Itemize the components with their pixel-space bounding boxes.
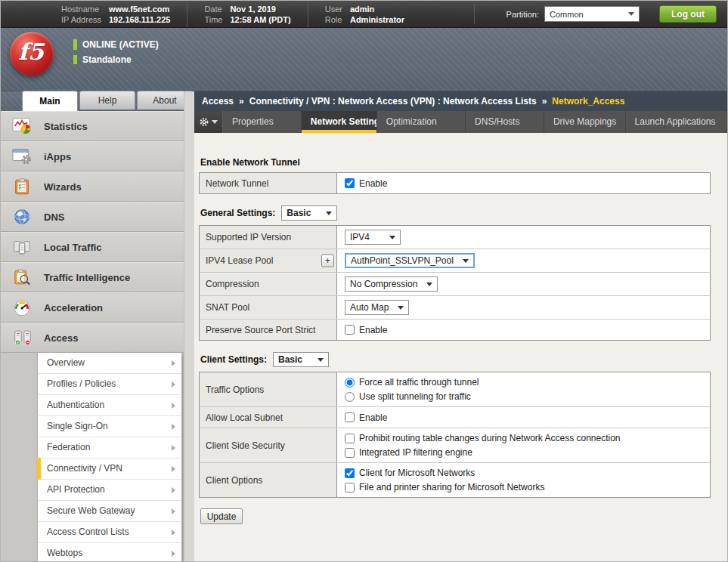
subtab-dns-hosts[interactable]: DNS/Hosts: [466, 111, 544, 133]
status-online: ONLINE (ACTIVE): [73, 39, 159, 50]
nav-tab-strip: MainHelpAbout: [1, 91, 184, 111]
sidebar-item-iapps[interactable]: iApps: [1, 141, 184, 171]
option-label: Force all traffic through tunnel: [359, 377, 479, 388]
client-settings-table: Traffic OptionsForce all traffic through…: [199, 372, 711, 498]
submenu-item-label: Connectivity / VPN: [47, 463, 122, 474]
option-label: Integrated IP filtering engine: [359, 447, 472, 458]
subtab-drive-mappings[interactable]: Drive Mappings: [544, 111, 626, 133]
dns-icon: [11, 208, 34, 226]
integrated-ip-filtering-engine-checkbox[interactable]: [345, 448, 355, 458]
submenu-item-authentication[interactable]: Authentication: [38, 395, 181, 416]
tab-main[interactable]: Main: [22, 91, 78, 111]
row-compression: CompressionNo Compression: [200, 273, 710, 296]
update-button[interactable]: Update: [200, 508, 243, 524]
status-online-label: ONLINE (ACTIVE): [82, 39, 159, 50]
general-settings-mode-select[interactable]: Basic: [281, 205, 337, 221]
submenu-item-connectivity-vpn[interactable]: Connectivity / VPN: [38, 459, 181, 480]
ipv4-lease-pool-select[interactable]: AuthPoint_SSLVPN_Pool: [345, 253, 475, 268]
chevron-right-icon: [172, 466, 175, 472]
statistics-icon: [11, 117, 34, 135]
enable-checkbox[interactable]: [345, 178, 355, 188]
allow-local-subnet-label: Allow Local Subnet: [200, 407, 337, 428]
submenu-item-label: Federation: [47, 442, 90, 452]
client-for-microsoft-networks-checkbox[interactable]: [345, 468, 355, 478]
submenu-item-label: Secure Web Gateway: [47, 505, 135, 516]
sidebar-item-access[interactable]: Access: [1, 323, 184, 353]
control-line: Prohibit routing table changes during Ne…: [345, 432, 702, 444]
chevron-right-icon: [172, 487, 175, 493]
subtab-optimization[interactable]: Optimization: [377, 111, 466, 133]
submenu-item-federation[interactable]: Federation: [38, 437, 181, 459]
chevron-down-icon: [389, 236, 395, 239]
sidebar-item-acceleration[interactable]: Acceleration: [1, 292, 184, 323]
subtab-properties[interactable]: Properties: [223, 111, 302, 133]
option-label: Enable: [359, 325, 387, 335]
general-settings-table: Supported IP VersionIPV4IPV4 Lease Pool+…: [199, 225, 711, 341]
subtab-network-settings[interactable]: Network Settings: [302, 111, 377, 133]
info-label: Date: [204, 4, 222, 14]
submenu-item-single-sign-on[interactable]: Single Sign-On: [38, 416, 181, 437]
sidebar-item-label: Local Traffic: [44, 242, 102, 253]
control-line: IPV4: [345, 230, 702, 245]
status-green-bar-icon: [73, 39, 77, 50]
submenu-item-access-control-lists[interactable]: Access Control Lists: [38, 522, 181, 543]
subtab-launch-applications[interactable]: Launch Applications: [626, 111, 727, 133]
row-preserve-source-port-strict: Preserve Source Port StrictEnable: [200, 320, 710, 340]
f5-admin-screen: Hostnamewww.f5net.comIP Address192.168.1…: [0, 0, 728, 562]
control-line: No Compression: [345, 276, 702, 292]
client-settings-mode-select[interactable]: Basic: [273, 352, 329, 367]
topbar-info-group: UseradminRoleAdministrator: [308, 1, 421, 27]
snat-pool-label: SNAT Pool: [200, 296, 337, 319]
file-and-printer-sharing-for-microsoft-networks-checkbox[interactable]: [345, 483, 355, 493]
enable-checkbox[interactable]: [345, 325, 355, 335]
prohibit-routing-table-changes-during-network-access-connection-checkbox[interactable]: [345, 434, 355, 443]
enable-checkbox[interactable]: [345, 412, 355, 422]
info-label: Hostname: [61, 4, 101, 14]
gear-menu-button[interactable]: [194, 111, 223, 133]
sidebar-item-statistics[interactable]: Statistics: [1, 111, 184, 141]
select-value: No Compression: [350, 279, 417, 289]
breadcrumb-part-access[interactable]: Access: [202, 96, 234, 107]
supported-ip-version-value: IPV4: [337, 226, 710, 249]
ipv4-lease-pool-add-button[interactable]: +: [321, 255, 334, 267]
logout-button[interactable]: Log out: [659, 5, 717, 23]
force-all-traffic-through-tunnel-radio[interactable]: [345, 378, 355, 388]
submenu-item-secure-web-gateway[interactable]: Secure Web Gateway: [38, 501, 181, 522]
submenu-item-profiles-policies[interactable]: Profiles / Policies: [38, 374, 181, 395]
preserve-source-port-strict-label: Preserve Source Port Strict: [200, 320, 337, 340]
client-options-value: Client for Microsoft NetworksFile and pr…: [337, 463, 710, 497]
row-ipv4-lease-pool: IPV4 Lease Pool+AuthPoint_SSLVPN_Pool: [200, 249, 710, 273]
supported-ip-version-select[interactable]: IPV4: [345, 230, 401, 245]
info-value: www.f5net.com: [109, 4, 170, 14]
general-settings-mode: General Settings: Basic: [200, 205, 711, 221]
use-split-tunneling-for-traffic-radio[interactable]: [345, 392, 355, 402]
submenu-item-overview[interactable]: Overview: [38, 353, 181, 374]
chevron-right-icon: [172, 445, 175, 451]
local-traffic-icon: [11, 238, 34, 256]
traffic-options-label: Traffic Options: [200, 372, 337, 406]
ipv4-lease-pool-value: AuthPoint_SSLVPN_Pool: [337, 249, 710, 272]
submenu-item-api-protection[interactable]: API Protection: [38, 480, 181, 501]
info-value: Administrator: [350, 14, 404, 25]
access-submenu: OverviewProfiles / PoliciesAuthenticatio…: [37, 353, 182, 561]
info-label: Time: [204, 14, 222, 25]
tab-help[interactable]: Help: [79, 91, 135, 110]
compression-select[interactable]: No Compression: [345, 276, 438, 292]
control-line: File and printer sharing for Microsoft N…: [345, 481, 702, 493]
submenu-item-webtops[interactable]: Webtops: [38, 543, 181, 561]
sidebar-item-wizards[interactable]: Wizards: [1, 171, 184, 202]
row-label-text: Client Options: [206, 475, 262, 486]
row-label-text: IPV4 Lease Pool: [206, 255, 273, 266]
banner: f5 ONLINE (ACTIVE) Standalone: [1, 28, 727, 91]
nav-tabs: MainHelpAbout: [22, 91, 193, 111]
breadcrumb: Access»Connectivity / VPN : Network Acce…: [194, 91, 727, 111]
submenu-item-label: API Protection: [47, 484, 105, 495]
partition-select[interactable]: Common: [544, 6, 640, 22]
chevron-right-icon: [172, 381, 175, 388]
snat-pool-select[interactable]: Auto Map: [345, 300, 409, 315]
sidebar-item-traffic-intelligence[interactable]: Traffic Intelligence: [1, 262, 184, 292]
sidebar-item-local-traffic[interactable]: Local Traffic: [1, 232, 184, 262]
sidebar-item-dns[interactable]: DNS: [1, 202, 184, 232]
submenu-item-label: Webtops: [47, 548, 82, 558]
row-label-text: Compression: [206, 279, 259, 289]
